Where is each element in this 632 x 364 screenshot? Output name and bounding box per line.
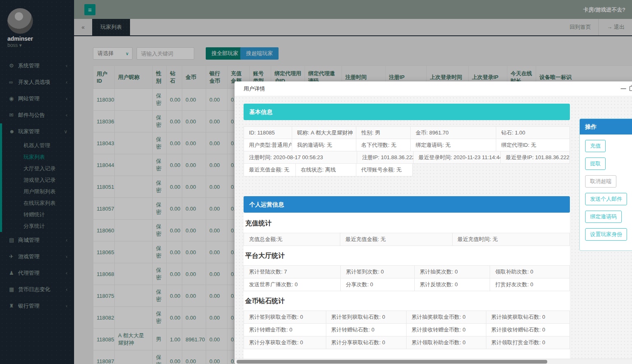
modal-scrollbar-thumb[interactable] [237, 360, 547, 364]
modal-horizontal-scrollbar [235, 359, 632, 364]
subsection-cell: 累计领取补助金币数: 0 [407, 336, 486, 349]
modal-title: 用户详情 [244, 86, 265, 92]
subsection-table: 充值总金额:无最近充值金额: 无最近充值时间: 无 [244, 233, 570, 246]
basic-info-cell: 在线状态: 离线 [296, 164, 356, 176]
subsection-title: 金币钻石统计 [244, 291, 570, 311]
action-button-充值[interactable]: 充值 [585, 140, 606, 152]
subsection-row: 累计分享获取金币数: 0累计分享获取钻石数: 0累计领取补助金币数: 0累计领取… [244, 336, 569, 349]
action-button-设置玩家身份[interactable]: 设置玩家身份 [585, 228, 627, 241]
subsection-cell: 累计接收转赠金币数: 0 [407, 324, 486, 336]
basic-info-cell: 最近充值金额: 无 [244, 164, 296, 176]
basic-info-cell: 绑定邀请码: 无 [411, 139, 496, 151]
basic-info-grid: ID: 118085昵称: A 都大大星耀财神性别: 男金币: 8961.70钻… [244, 126, 570, 164]
actions-header: 操作 [580, 119, 632, 134]
basic-info-cell: 性别: 男 [356, 127, 411, 139]
restore-icon[interactable] [630, 86, 632, 91]
subsection-cell: 累计转赠钻石数: 0 [326, 324, 407, 336]
action-button-发送个人邮件[interactable]: 发送个人邮件 [585, 193, 627, 205]
subsection-cell: 累计抽奖获取钻石数: 0 [486, 311, 569, 323]
basic-info-cell: 名下代理数: 无 [356, 139, 411, 151]
subsection-cell: 累计分享获取金币数: 0 [244, 336, 326, 349]
basic-info-cell: 昵称: A 都大大星耀财神 [292, 127, 356, 139]
user-detail-modal: 用户详情 — 基本信息 ID: 118085昵称: A 都大大星耀财神性别: 男… [235, 81, 632, 364]
subsection-row: 充值总金额:无最近充值金额: 无最近充值时间: 无 [244, 233, 569, 246]
basic-info-row: 最近充值金额: 无在线状态: 离线代理账号余额: 无 [244, 164, 413, 176]
subsection-cell: 累计签到次数: 0 [341, 266, 415, 278]
basic-info-cell: ID: 118085 [244, 127, 292, 139]
basic-info-cell: 我的邀请码: 无 [292, 139, 356, 151]
subsection-cell: 累计领取打赏金币数: 0 [486, 336, 569, 349]
basic-info-cell: 注册时间: 2020-08-17 00:56:23 [244, 151, 357, 164]
subsection-row: 累计签到获取金币数: 0累计签到获取钻石数: 0累计抽奖获取金币数: 0累计抽奖… [244, 311, 569, 323]
basic-info-cell: 最近登录IP: 101.88.36.222 [501, 151, 569, 164]
subsection-table: 累计签到获取金币数: 0累计签到获取钻石数: 0累计抽奖获取金币数: 0累计抽奖… [244, 311, 570, 349]
basic-info-cell: 注册IP: 101.88.36.222 [357, 151, 414, 164]
basic-info-cell: 用户类型:普通用户 [244, 139, 292, 151]
subsection-table: 累计登陆次数: 7累计签到次数: 0累计抽奖次数: 0领取补助次数: 0发送世界… [244, 265, 570, 291]
basic-info-cell: 钻石: 1.00 [496, 127, 569, 139]
basic-info-cell: 代理账号余额: 无 [356, 164, 412, 176]
subsection-cell: 累计抽奖次数: 0 [415, 266, 490, 278]
basic-info-row: 注册时间: 2020-08-17 00:56:23注册IP: 101.88.36… [244, 151, 569, 164]
ops-info-panel: 充值统计充值总金额:无最近充值金额: 无最近充值时间: 无平台大厅统计累计登陆次… [244, 213, 570, 359]
action-button-提取[interactable]: 提取 [585, 158, 606, 170]
basic-info-cell: 绑定代理ID: 无 [496, 139, 569, 151]
basic-info-header: 基本信息 [244, 104, 570, 120]
subsection-title: 充值统计 [244, 213, 570, 233]
subsection-row: 发送世界广播次数: 0分享次数: 0累计反馈次数: 0打赏好友次数: 0 [244, 278, 569, 291]
basic-info-cell: 最近登录时间: 2020-11-23 11:14:44 [414, 151, 501, 164]
subsection-cell: 累计接收转赠钻石数: 0 [486, 324, 569, 336]
action-button-取消超端[interactable]: 取消超端 [585, 175, 616, 188]
subsection-cell: 最近充值时间: 无 [453, 233, 569, 246]
subsection-cell: 累计签到获取金币数: 0 [244, 311, 326, 323]
subsection-cell: 累计反馈次数: 0 [415, 278, 490, 291]
modal-body: 基本信息 ID: 118085昵称: A 都大大星耀财神性别: 男金币: 896… [235, 96, 632, 359]
subsection-cell: 累计分享获取钻石数: 0 [326, 336, 407, 349]
subsection-cell: 累计签到获取钻石数: 0 [326, 311, 407, 323]
subsection-row: 累计转赠金币数: 0累计转赠钻石数: 0累计接收转赠金币数: 0累计接收转赠钻石… [244, 323, 569, 336]
subsection-cell: 发送世界广播次数: 0 [244, 278, 341, 291]
actions-panel: 操作 充值提取取消超端发送个人邮件绑定邀请码设置玩家身份 [579, 118, 632, 251]
ops-info-header: 个人运营信息 [244, 196, 570, 213]
minimize-icon[interactable]: — [619, 81, 627, 96]
subsection-cell: 累计登陆次数: 7 [244, 266, 341, 278]
subsection-cell: 充值总金额:无 [244, 233, 340, 246]
modal-titlebar: 用户详情 — [235, 81, 632, 96]
action-button-绑定邀请码[interactable]: 绑定邀请码 [585, 211, 622, 223]
basic-info-cell: 金币: 8961.70 [411, 127, 496, 139]
subsection-row: 累计登陆次数: 7累计签到次数: 0累计抽奖次数: 0领取补助次数: 0 [244, 266, 569, 278]
subsection-cell: 打赏好友次数: 0 [490, 278, 569, 291]
subsection-cell: 累计抽奖获取金币数: 0 [407, 311, 486, 323]
subsection-cell: 最近充值金额: 无 [340, 233, 452, 246]
basic-info-table: ID: 118085昵称: A 都大大星耀财神性别: 男金币: 8961.70钻… [244, 126, 632, 176]
basic-info-row: 用户类型:普通用户我的邀请码: 无名下代理数: 无绑定邀请码: 无绑定代理ID:… [244, 139, 569, 151]
app-root: adminser boss ▾ ⚙系统管理‹∞开发人员选项‹◉网站管理‹✉邮件与… [0, 0, 632, 364]
subsection-cell: 累计转赠金币数: 0 [244, 324, 326, 336]
subsection-cell: 分享次数: 0 [341, 278, 415, 291]
subsection-title: 平台大厅统计 [244, 246, 570, 265]
subsection-cell: 领取补助次数: 0 [490, 266, 569, 278]
basic-info-row: ID: 118085昵称: A 都大大星耀财神性别: 男金币: 8961.70钻… [244, 127, 569, 139]
